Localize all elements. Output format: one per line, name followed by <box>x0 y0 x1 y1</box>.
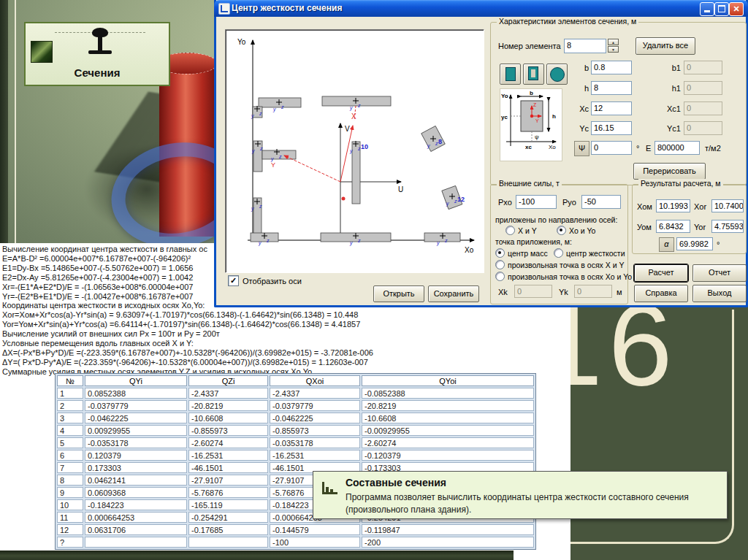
xk-field[interactable]: 0 <box>514 285 552 298</box>
xc-field[interactable]: 12 <box>591 101 632 115</box>
report-button[interactable]: Отчет <box>692 264 747 282</box>
h1-field[interactable]: 0 <box>684 81 722 95</box>
open-button[interactable]: Открыть <box>373 285 424 302</box>
yk-field[interactable]: 0 <box>574 285 612 298</box>
xom-label: Хом <box>637 202 652 211</box>
radio-mass-center[interactable]: центр масс <box>495 248 548 258</box>
exit-button[interactable]: Выход <box>692 285 747 302</box>
xom-field[interactable]: 10.1993 <box>656 199 690 212</box>
help-button[interactable]: Справка <box>634 285 688 302</box>
xk-label: Xk <box>498 288 508 296</box>
radio-arbitrary-xoyo[interactable]: произвольная точка в осях Xo и Yo <box>495 272 632 281</box>
e-field[interactable]: 800000 <box>654 141 700 155</box>
alpha-button[interactable]: α <box>659 237 674 252</box>
svg-text:xc: xc <box>525 144 532 150</box>
element-number-field[interactable]: 8 <box>564 39 606 53</box>
table-cell: 12 <box>57 524 83 535</box>
shape-hollow-rect-button[interactable] <box>523 64 544 85</box>
svg-text:y: y <box>251 148 255 154</box>
table-cell: -16.2531 <box>270 450 360 461</box>
redraw-button[interactable]: Перерисовать <box>633 163 706 180</box>
alpha-field[interactable]: 69.9982 <box>676 237 713 250</box>
b1-field[interactable]: 0 <box>684 61 722 74</box>
svg-text:z: z <box>444 238 448 243</box>
table-cell: -16.2531 <box>188 450 268 461</box>
table-cell: 0.0852388 <box>85 388 187 399</box>
element-number-spinner[interactable]: ▲ ▼ <box>608 39 619 53</box>
radio-arbitrary-xy[interactable]: произвольная точка в осях X и Y <box>495 260 624 269</box>
section-elements <box>251 96 462 242</box>
yom-label: Уом <box>637 223 652 231</box>
delete-all-button[interactable]: Удалить все <box>636 37 695 55</box>
svg-text:y: y <box>349 240 353 246</box>
yor-field[interactable]: 4.75593 <box>711 220 744 233</box>
table-cell <box>85 537 187 548</box>
spinner-down-icon[interactable]: ▼ <box>608 46 619 53</box>
table-cell: -0.17685 <box>188 524 268 535</box>
save-button[interactable]: Сохранить <box>428 285 479 302</box>
h-field[interactable]: 8 <box>591 81 632 95</box>
green-square-image <box>31 41 53 63</box>
table-cell: 0.120379 <box>85 450 187 461</box>
checkbox-checkmark[interactable]: ✓ <box>228 275 239 286</box>
calculate-button[interactable]: Расчет <box>634 264 688 282</box>
direction-label: приложены по направлению осей: <box>495 215 617 224</box>
table-cell: 5 <box>57 437 83 448</box>
radio-axes-xoyo[interactable]: Xo и Yo <box>557 226 595 235</box>
svg-text:h: h <box>552 113 556 120</box>
group-results-title: Результаты расчета, м <box>638 179 723 188</box>
table-cell: 1 <box>57 388 83 399</box>
yc1-field[interactable]: 0 <box>684 121 722 135</box>
section-plot[interactable]: Yo Xo V U <box>225 29 484 273</box>
table-cell: -0.0462225 <box>270 413 360 423</box>
show-axes-checkbox[interactable]: ✓ Отобразить оси <box>228 275 302 286</box>
table-cell: -0.120379 <box>362 450 534 461</box>
spinner-up-icon[interactable]: ▲ <box>608 39 619 45</box>
svg-text:b: b <box>530 90 533 96</box>
radio-stiffness-center[interactable]: центр жесткости <box>554 248 625 258</box>
slide-vertical-line <box>15 0 16 243</box>
e-label: E <box>646 144 651 153</box>
pxo-field[interactable]: -100 <box>516 195 557 209</box>
group-characteristics: Характеристики элементов сечения, м Номе… <box>490 22 747 185</box>
pyo-field[interactable]: -50 <box>581 195 621 209</box>
xc1-field[interactable]: 0 <box>684 101 722 115</box>
b-field[interactable]: 0.8 <box>591 61 632 74</box>
close-button[interactable]: ✕ <box>729 2 744 16</box>
minimize-button[interactable] <box>700 2 714 16</box>
table-cell: -2.60274 <box>362 437 534 448</box>
table-cell: -2.4337 <box>188 388 268 399</box>
yc-field[interactable]: 16.15 <box>591 121 632 135</box>
svg-text:Xo: Xo <box>549 144 556 150</box>
shape-circle-button[interactable] <box>546 64 568 85</box>
dialog-titlebar[interactable]: Центр жесткости сечения ✕ <box>214 0 748 17</box>
svg-text:z: z <box>266 238 270 243</box>
yc-label: Yc <box>573 124 589 133</box>
yom-field[interactable]: 6.8432 <box>656 220 690 233</box>
psi-field[interactable]: 0 <box>591 141 632 155</box>
plot-axis-xo: Xo <box>465 246 474 254</box>
table-cell: -0.0353178 <box>85 437 187 448</box>
table-cell: -0.0462225 <box>85 413 187 423</box>
shape-solid-rect-button[interactable] <box>500 64 521 85</box>
yk-label: Yk <box>559 288 568 296</box>
xc-label: Xc <box>573 104 589 113</box>
table-cell: 0.00929955 <box>85 425 187 436</box>
psi-button[interactable]: Ψ <box>574 141 589 156</box>
table-cell: -0.00929955 <box>362 425 534 436</box>
calc-line: Xor=Xом+Xr*cos(a)-Yr*sin(a) = 9.63097+(-… <box>2 310 569 320</box>
table-cell: 0.000664253 <box>85 512 187 523</box>
svg-text:ψ: ψ <box>535 134 539 140</box>
radio-axes-xy[interactable]: X и Y <box>505 226 537 235</box>
table-cell: -0.184223 <box>85 499 187 510</box>
group-external-forces: Внешние силы, т Pxo -100 Pyo -50 приложе… <box>490 184 628 304</box>
xor-field[interactable]: 10.7400 <box>711 199 744 212</box>
application-point-label: точка приложения, м: <box>495 237 572 246</box>
table-cell: 8 <box>57 475 83 486</box>
table-cell: 0.0609368 <box>85 487 187 498</box>
calc-line: Yor=Yoм+Xr*sin(a)+Yr*cos(a) =6.64114+(-1… <box>2 320 569 329</box>
table-cell: -0.0379779 <box>270 400 360 411</box>
radio-icon <box>495 248 505 258</box>
table-cell: 7 <box>57 462 83 473</box>
maximize-button[interactable] <box>714 2 729 16</box>
